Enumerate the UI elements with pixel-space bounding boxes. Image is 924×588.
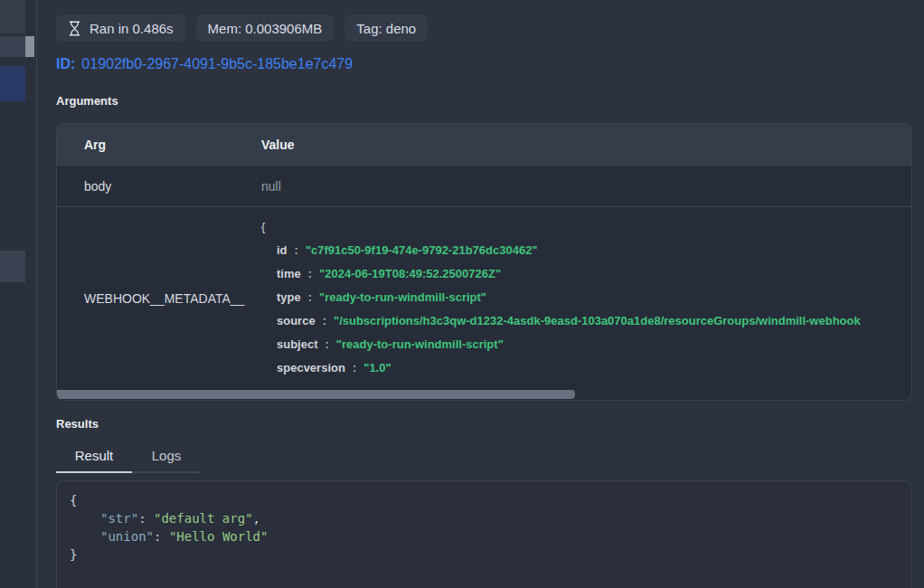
result-json-viewer: { "str": "default arg", "union": "Hello … bbox=[56, 480, 912, 588]
tab-logs[interactable]: Logs bbox=[132, 443, 201, 473]
json-open-brace: { bbox=[261, 215, 911, 239]
rail-item-selected[interactable] bbox=[0, 66, 25, 101]
results-title: Results bbox=[56, 417, 912, 431]
results-tabs: Result Logs bbox=[56, 443, 912, 473]
code-entry: "str": "default arg", bbox=[70, 509, 899, 527]
memory-badge-label: Mem: 0.003906MB bbox=[208, 21, 323, 36]
run-detail-panel: Ran in 0.486s Mem: 0.003906MB Tag: deno … bbox=[38, 0, 924, 588]
hourglass-icon bbox=[68, 21, 81, 36]
scrollbar-thumb[interactable] bbox=[57, 390, 575, 399]
json-entry: id:"c7f91c50-9f19-474e-9792-21b76dc30462… bbox=[261, 239, 911, 262]
table-row-body: body null bbox=[57, 165, 911, 206]
rail-item[interactable] bbox=[0, 251, 25, 282]
code-open-brace: { bbox=[70, 491, 899, 509]
column-header-value: Value bbox=[236, 138, 911, 152]
rail-scrollbar-thumb[interactable] bbox=[25, 36, 34, 57]
json-entry: specversion:"1.0" bbox=[261, 356, 911, 380]
json-entry: time:"2024-06-19T08:49:52.2500726Z" bbox=[261, 262, 911, 286]
table-row-webhook-metadata: WEBHOOK__METADATA__ { id:"c7f91c50-9f19-… bbox=[57, 206, 911, 390]
code-close-brace: } bbox=[70, 545, 899, 564]
code-entry: "union": "Hello World" bbox=[70, 527, 899, 545]
table-horizontal-scrollbar[interactable] bbox=[57, 390, 911, 400]
run-id-link[interactable]: 01902fb0-2967-4091-9b5c-185be1e7c479 bbox=[81, 56, 353, 71]
arg-name: WEBHOOK__METADATA__ bbox=[57, 291, 236, 306]
arguments-table-header: Arg Value bbox=[57, 124, 911, 165]
run-id-row: ID:01902fb0-2967-4091-9b5c-185be1e7c479 bbox=[56, 56, 912, 72]
rail-item[interactable] bbox=[0, 0, 25, 33]
tag-badge-label: Tag: deno bbox=[356, 21, 416, 36]
column-header-arg: Arg bbox=[57, 138, 236, 152]
run-stats-row: Ran in 0.486s Mem: 0.003906MB Tag: deno bbox=[56, 14, 912, 42]
json-entry: type:"ready-to-run-windmill-script" bbox=[261, 286, 911, 309]
rail-item[interactable] bbox=[0, 36, 25, 57]
json-entry: subject:"ready-to-run-windmill-script" bbox=[261, 333, 911, 356]
json-entry: source:"/subscriptions/h3c3qw-d1232-4asd… bbox=[261, 309, 911, 333]
runtime-badge-label: Ran in 0.486s bbox=[90, 21, 174, 36]
run-id-label: ID: bbox=[56, 56, 75, 71]
arguments-title: Arguments bbox=[56, 94, 912, 108]
tag-badge: Tag: deno bbox=[344, 14, 428, 42]
memory-badge: Mem: 0.003906MB bbox=[196, 14, 335, 42]
webhook-metadata-json: { id:"c7f91c50-9f19-474e-9792-21b76dc304… bbox=[236, 207, 911, 390]
arguments-table: Arg Value body null WEBHOOK__METADATA__ … bbox=[56, 123, 912, 401]
arg-name: body bbox=[57, 179, 236, 194]
left-rail bbox=[0, 0, 37, 588]
runtime-badge: Ran in 0.486s bbox=[56, 14, 185, 42]
tab-result[interactable]: Result bbox=[56, 443, 132, 473]
arg-value-null: null bbox=[236, 179, 911, 194]
